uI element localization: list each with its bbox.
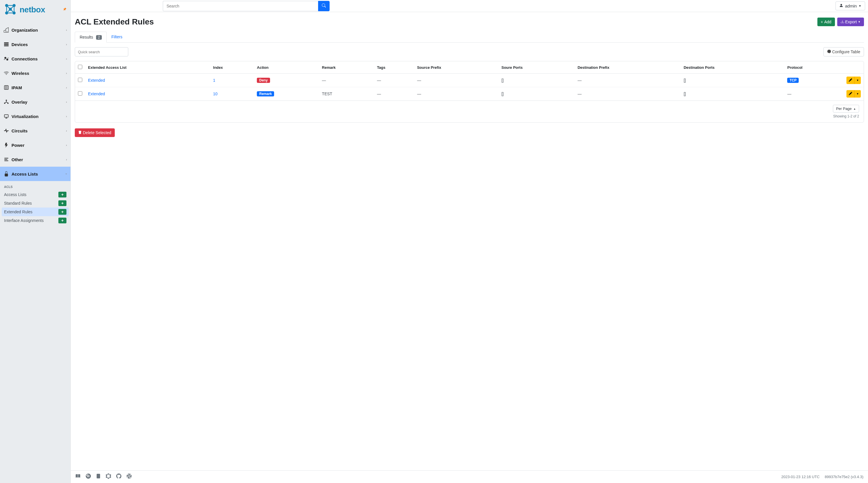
- col-header[interactable]: Protocol: [784, 61, 843, 74]
- search-input[interactable]: [163, 1, 318, 11]
- organization-icon: [3, 27, 9, 33]
- col-header[interactable]: Source Prefix: [414, 61, 498, 74]
- pin-sidebar-icon[interactable]: [63, 7, 66, 12]
- add-extended-rule-button[interactable]: +: [58, 209, 66, 215]
- results-table: Extended Access List Index Action Remark…: [75, 61, 864, 101]
- add-access-list-button[interactable]: +: [58, 192, 66, 197]
- cell-value: —: [578, 78, 582, 83]
- col-header[interactable]: Destination Ports: [681, 61, 784, 74]
- col-header[interactable]: Tags: [374, 61, 414, 74]
- sidebar-item-label: Devices: [11, 42, 28, 47]
- chevron-right-icon: ›: [66, 42, 67, 46]
- sidebar-sub-extended-rules[interactable]: Extended Rules +: [2, 207, 69, 216]
- sidebar-section-title: ACLS: [0, 181, 70, 190]
- index-link[interactable]: 10: [213, 91, 218, 96]
- sidebar-item-other[interactable]: Other ›: [0, 152, 70, 167]
- add-button[interactable]: + Add: [817, 18, 835, 26]
- index-link[interactable]: 1: [213, 78, 215, 83]
- row-checkbox[interactable]: [78, 91, 82, 95]
- svg-rect-19: [4, 115, 8, 117]
- sidebar-item-ipam[interactable]: IPAM ›: [0, 80, 70, 95]
- svg-point-12: [6, 58, 8, 60]
- main-nav: Organization › Devices › Connections › W…: [0, 19, 70, 225]
- svg-rect-22: [4, 158, 8, 158]
- cell-value: —: [417, 78, 421, 83]
- cell-value: —: [787, 91, 791, 96]
- trash-icon: [78, 131, 82, 135]
- per-page-label: Per Page: [836, 107, 851, 111]
- add-standard-rule-button[interactable]: +: [58, 200, 66, 206]
- sidebar-sub-access-lists[interactable]: Access Lists +: [0, 190, 70, 199]
- col-header[interactable]: Destination Prefix: [575, 61, 681, 74]
- action-badge: Deny: [257, 78, 270, 83]
- select-all-checkbox[interactable]: [78, 65, 82, 69]
- sidebar-item-label: Overlay: [11, 100, 27, 105]
- export-button[interactable]: Export ▼: [837, 18, 864, 26]
- acl-link[interactable]: Extended: [88, 78, 105, 83]
- github-icon[interactable]: [116, 474, 121, 480]
- cell-value: —: [377, 91, 381, 96]
- sidebar-sub-standard-rules[interactable]: Standard Rules +: [0, 199, 70, 207]
- delete-selected-button[interactable]: Delete Selected: [75, 129, 115, 137]
- row-more-button[interactable]: ▼: [855, 77, 861, 84]
- logo-text: netbox: [20, 5, 45, 15]
- configure-table-button[interactable]: Configure Table: [824, 47, 864, 56]
- svg-rect-13: [4, 85, 8, 89]
- connections-icon: [3, 56, 9, 62]
- sidebar-item-access-lists[interactable]: Access Lists ›: [0, 167, 70, 181]
- sidebar-item-virtualization[interactable]: Virtualization ›: [0, 109, 70, 123]
- chevron-right-icon: ›: [66, 28, 67, 32]
- col-header[interactable]: Extended Access List: [85, 61, 210, 74]
- cell-value: TEST: [322, 91, 332, 96]
- topbar: admin ▼: [71, 0, 868, 12]
- tabs: Results 2 Filters: [75, 32, 864, 42]
- col-header[interactable]: Action: [254, 61, 319, 74]
- docs-icon[interactable]: [75, 474, 81, 480]
- api-icon[interactable]: [86, 474, 91, 480]
- col-header[interactable]: Remark: [319, 61, 374, 74]
- sidebar-sub-interface-assignments[interactable]: Interface Assignments +: [0, 216, 70, 225]
- cell-value: []: [501, 78, 504, 83]
- gear-icon: [827, 50, 831, 54]
- svg-point-30: [106, 477, 107, 478]
- per-page-dropdown[interactable]: Per Page ▲: [833, 105, 859, 113]
- footer: 2023-01-23 12:16 UTC 89937b7e75e2 (v3.4.…: [71, 470, 868, 483]
- search-button[interactable]: [318, 1, 330, 11]
- sidebar-item-circuits[interactable]: Circuits ›: [0, 123, 70, 138]
- pencil-icon: [849, 92, 852, 96]
- sidebar-item-label: Connections: [11, 56, 38, 61]
- col-header[interactable]: Soure Ports: [498, 61, 575, 74]
- tab-results[interactable]: Results 2: [75, 32, 107, 42]
- sidebar-item-wireless[interactable]: Wireless ›: [0, 66, 70, 80]
- edit-row-button[interactable]: [846, 90, 855, 97]
- chevron-right-icon: ›: [66, 129, 67, 133]
- chevron-right-icon: ›: [66, 86, 67, 89]
- slack-icon[interactable]: [127, 474, 132, 480]
- sidebar-item-label: Access Lists: [11, 172, 38, 176]
- graphql-icon[interactable]: [106, 474, 111, 480]
- caret-down-icon: ▼: [857, 79, 859, 82]
- tab-filters[interactable]: Filters: [107, 32, 127, 42]
- row-checkbox[interactable]: [78, 78, 82, 82]
- cell-value: —: [377, 78, 381, 83]
- virtualization-icon: [3, 113, 9, 119]
- row-more-button[interactable]: ▼: [855, 90, 861, 97]
- user-menu[interactable]: admin ▼: [836, 1, 865, 10]
- sidebar-item-devices[interactable]: Devices ›: [0, 37, 70, 52]
- svg-point-31: [106, 475, 107, 476]
- sidebar-item-connections[interactable]: Connections ›: [0, 52, 70, 66]
- col-header[interactable]: Index: [210, 61, 254, 74]
- quick-search-input[interactable]: [75, 47, 128, 56]
- add-interface-assignment-button[interactable]: +: [58, 218, 66, 223]
- lock-icon: [3, 171, 9, 177]
- edit-row-button[interactable]: [846, 77, 855, 84]
- caret-up-icon: ▲: [853, 107, 856, 110]
- sidebar-item-organization[interactable]: Organization ›: [0, 23, 70, 37]
- acl-link[interactable]: Extended: [88, 91, 105, 96]
- sidebar-item-overlay[interactable]: Overlay ›: [0, 95, 70, 109]
- power-icon: [3, 142, 9, 148]
- sidebar-item-power[interactable]: Power ›: [0, 138, 70, 152]
- main: admin ▼ ACL Extended Rules + Add Export …: [71, 0, 868, 483]
- svg-point-26: [108, 474, 109, 474]
- changelog-icon[interactable]: [96, 474, 101, 480]
